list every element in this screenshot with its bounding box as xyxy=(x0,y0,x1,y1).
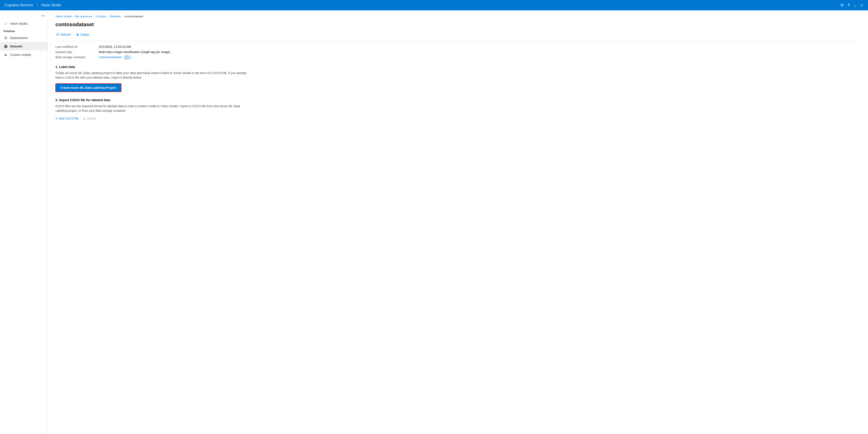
blob-storage-value: contosocontainer ↗ xyxy=(99,55,860,59)
deployments-icon xyxy=(3,36,8,40)
sidebar-item-label: Custom models xyxy=(10,53,31,57)
user-icon[interactable] xyxy=(860,3,864,7)
main-content: Vision Studio › My resources › Contoso ›… xyxy=(48,10,868,434)
delete-coco-label: Delete xyxy=(87,117,96,120)
blob-storage-label: Blob storage container xyxy=(55,55,99,59)
toolbar: Refresh Delete xyxy=(55,31,860,41)
add-coco-file-button[interactable]: Add COCO file xyxy=(55,117,79,120)
sidebar-section-label: Contoso xyxy=(0,28,48,34)
section2-description: COCO files are the required format for l… xyxy=(55,104,250,113)
blob-storage-link[interactable]: contosocontainer xyxy=(99,55,122,59)
delete-coco-icon xyxy=(83,117,86,120)
create-labeling-project-button[interactable]: Create Azure ML Data Labeling Project xyxy=(55,83,121,92)
chevron-down-icon[interactable] xyxy=(854,3,856,7)
refresh-label: Refresh xyxy=(60,33,71,36)
breadcrumb-sep-1: › xyxy=(73,15,74,18)
sidebar-item-custom-models[interactable]: Custom models xyxy=(0,51,48,59)
sidebar-item-label: Vision Studio xyxy=(10,22,28,25)
topbar-title: Cognitive Services Vision Studio xyxy=(4,3,61,7)
sidebar: « Vision Studio Contoso Deployments Data… xyxy=(0,10,48,434)
sidebar-item-label: Datasets xyxy=(10,45,23,48)
home-icon xyxy=(3,22,8,26)
topbar-title-prefix: Cognitive Services xyxy=(4,3,33,7)
delete-label: Delete xyxy=(81,33,89,36)
help-icon[interactable] xyxy=(848,3,850,7)
section1-title: 1. Label data xyxy=(55,65,860,69)
last-modified-label: Last modified on xyxy=(55,45,99,49)
models-icon xyxy=(3,53,8,57)
page-title: contosodataset xyxy=(55,22,860,28)
external-link-icon[interactable]: ↗ xyxy=(124,56,131,59)
dataset-type-label: Dataset type xyxy=(55,50,99,54)
sidebar-item-vision-studio[interactable]: Vision Studio xyxy=(0,20,48,28)
sidebar-item-datasets[interactable]: Datasets xyxy=(0,42,48,51)
section-import-coco: 2. Import COCO file for labeled data COC… xyxy=(55,98,860,120)
delete-button[interactable]: Delete xyxy=(76,32,90,37)
add-coco-label: Add COCO file xyxy=(59,117,79,120)
last-modified-value: 2/21/2023, 11:53:15 AM xyxy=(99,45,860,49)
section1-description: Create an Azure ML Data Labeling project… xyxy=(55,71,250,80)
breadcrumb-vision-studio[interactable]: Vision Studio xyxy=(55,15,72,18)
sidebar-collapse-btn[interactable]: « xyxy=(0,12,48,20)
breadcrumb: Vision Studio › My resources › Contoso ›… xyxy=(55,15,860,18)
collapse-icon[interactable]: « xyxy=(41,14,45,17)
breadcrumb-my-resources[interactable]: My resources xyxy=(75,15,92,18)
breadcrumb-current: contosodataset xyxy=(124,15,143,18)
sidebar-item-label: Deployments xyxy=(10,36,28,40)
topbar-actions xyxy=(840,3,864,7)
dataset-type-value: Multi-class image classification (single… xyxy=(99,50,860,54)
breadcrumb-sep-4: › xyxy=(122,15,123,18)
breadcrumb-datasets[interactable]: Datasets xyxy=(110,15,121,18)
section2-actions: Add COCO file Delete xyxy=(55,117,860,120)
topbar: Cognitive Services Vision Studio xyxy=(0,0,868,10)
breadcrumb-contoso[interactable]: Contoso xyxy=(96,15,106,18)
metadata-table: Last modified on 2/21/2023, 11:53:15 AM … xyxy=(55,45,860,59)
refresh-button[interactable]: Refresh xyxy=(55,31,71,38)
gear-icon[interactable] xyxy=(840,3,844,7)
refresh-icon xyxy=(56,32,59,37)
main-layout: « Vision Studio Contoso Deployments Data… xyxy=(0,10,868,434)
delete-icon xyxy=(76,33,79,37)
section-label-data: 1. Label data Create an Azure ML Data La… xyxy=(55,65,860,98)
add-icon xyxy=(55,117,57,120)
breadcrumb-sep-3: › xyxy=(107,15,108,18)
sidebar-item-deployments[interactable]: Deployments xyxy=(0,34,48,42)
section2-title: 2. Import COCO file for labeled data xyxy=(55,98,860,102)
datasets-icon xyxy=(3,44,8,48)
topbar-title-suffix: Vision Studio xyxy=(41,3,61,7)
breadcrumb-sep-2: › xyxy=(93,15,94,18)
delete-coco-button: Delete xyxy=(83,117,96,120)
